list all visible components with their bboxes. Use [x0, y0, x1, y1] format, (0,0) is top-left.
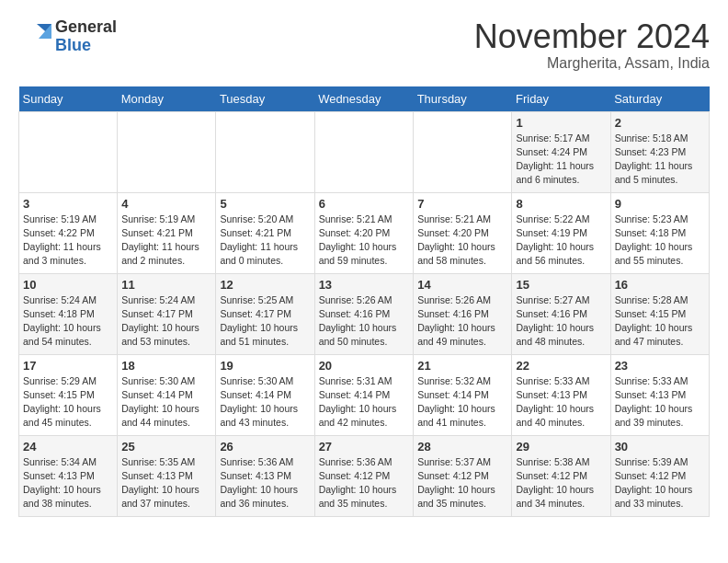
day-number: 10 — [23, 278, 113, 292]
calendar-cell: 27Sunrise: 5:36 AM Sunset: 4:12 PM Dayli… — [314, 435, 414, 516]
day-number: 17 — [23, 359, 113, 373]
day-info: Sunrise: 5:36 AM Sunset: 4:13 PM Dayligh… — [220, 455, 310, 511]
day-info: Sunrise: 5:24 AM Sunset: 4:17 PM Dayligh… — [121, 293, 211, 350]
logo-blue-text: Blue — [55, 37, 117, 55]
day-number: 2 — [615, 116, 705, 130]
day-number: 22 — [516, 359, 606, 373]
day-info: Sunrise: 5:36 AM Sunset: 4:12 PM Dayligh… — [319, 455, 410, 511]
calendar-week-5: 24Sunrise: 5:34 AM Sunset: 4:13 PM Dayli… — [19, 435, 710, 516]
calendar-cell: 4Sunrise: 5:19 AM Sunset: 4:21 PM Daylig… — [118, 192, 216, 273]
day-number: 18 — [121, 359, 211, 373]
day-info: Sunrise: 5:22 AM Sunset: 4:19 PM Dayligh… — [516, 213, 606, 269]
day-number: 4 — [121, 197, 211, 211]
weekday-header-row: SundayMondayTuesdayWednesdayThursdayFrid… — [19, 86, 710, 112]
calendar-cell: 29Sunrise: 5:38 AM Sunset: 4:12 PM Dayli… — [512, 435, 610, 516]
weekday-header-monday: Monday — [118, 86, 216, 112]
day-info: Sunrise: 5:18 AM Sunset: 4:23 PM Dayligh… — [615, 132, 705, 188]
day-info: Sunrise: 5:26 AM Sunset: 4:16 PM Dayligh… — [319, 293, 410, 350]
day-number: 24 — [23, 440, 113, 454]
calendar-cell — [118, 111, 216, 192]
day-info: Sunrise: 5:35 AM Sunset: 4:13 PM Dayligh… — [121, 455, 211, 511]
day-number: 25 — [121, 440, 211, 454]
calendar-cell: 19Sunrise: 5:30 AM Sunset: 4:14 PM Dayli… — [216, 354, 314, 435]
day-info: Sunrise: 5:34 AM Sunset: 4:13 PM Dayligh… — [23, 455, 113, 511]
calendar-cell — [314, 111, 414, 192]
day-number: 5 — [220, 197, 310, 211]
calendar-cell: 28Sunrise: 5:37 AM Sunset: 4:12 PM Dayli… — [414, 435, 512, 516]
calendar-cell: 6Sunrise: 5:21 AM Sunset: 4:20 PM Daylig… — [314, 192, 414, 273]
calendar-cell: 7Sunrise: 5:21 AM Sunset: 4:20 PM Daylig… — [414, 192, 512, 273]
day-info: Sunrise: 5:28 AM Sunset: 4:15 PM Dayligh… — [615, 293, 705, 350]
day-number: 1 — [516, 116, 606, 130]
day-info: Sunrise: 5:32 AM Sunset: 4:14 PM Dayligh… — [417, 374, 507, 431]
calendar-cell: 21Sunrise: 5:32 AM Sunset: 4:14 PM Dayli… — [414, 354, 512, 435]
calendar-cell: 3Sunrise: 5:19 AM Sunset: 4:22 PM Daylig… — [19, 192, 118, 273]
day-number: 20 — [319, 359, 410, 373]
day-info: Sunrise: 5:31 AM Sunset: 4:14 PM Dayligh… — [319, 374, 410, 431]
calendar-cell — [216, 111, 314, 192]
logo-general-text: General — [55, 18, 117, 37]
day-info: Sunrise: 5:33 AM Sunset: 4:13 PM Dayligh… — [615, 374, 705, 431]
calendar-cell: 20Sunrise: 5:31 AM Sunset: 4:14 PM Dayli… — [314, 354, 414, 435]
calendar-table: SundayMondayTuesdayWednesdayThursdayFrid… — [18, 86, 710, 517]
calendar-cell: 10Sunrise: 5:24 AM Sunset: 4:18 PM Dayli… — [19, 273, 118, 354]
calendar-cell: 26Sunrise: 5:36 AM Sunset: 4:13 PM Dayli… — [216, 435, 314, 516]
calendar-cell: 9Sunrise: 5:23 AM Sunset: 4:18 PM Daylig… — [610, 192, 709, 273]
calendar-cell: 15Sunrise: 5:27 AM Sunset: 4:16 PM Dayli… — [512, 273, 610, 354]
calendar-cell: 1Sunrise: 5:17 AM Sunset: 4:24 PM Daylig… — [512, 111, 610, 192]
day-info: Sunrise: 5:21 AM Sunset: 4:20 PM Dayligh… — [319, 213, 410, 269]
day-info: Sunrise: 5:26 AM Sunset: 4:16 PM Dayligh… — [417, 293, 507, 350]
calendar-cell: 8Sunrise: 5:22 AM Sunset: 4:19 PM Daylig… — [512, 192, 610, 273]
calendar-cell: 30Sunrise: 5:39 AM Sunset: 4:12 PM Dayli… — [610, 435, 709, 516]
day-info: Sunrise: 5:38 AM Sunset: 4:12 PM Dayligh… — [516, 455, 606, 511]
day-number: 7 — [417, 197, 507, 211]
day-info: Sunrise: 5:21 AM Sunset: 4:20 PM Dayligh… — [417, 213, 507, 269]
weekday-header-tuesday: Tuesday — [216, 86, 314, 112]
calendar-cell: 23Sunrise: 5:33 AM Sunset: 4:13 PM Dayli… — [610, 354, 709, 435]
calendar-week-3: 10Sunrise: 5:24 AM Sunset: 4:18 PM Dayli… — [19, 273, 710, 354]
day-number: 6 — [319, 197, 410, 211]
day-number: 13 — [319, 278, 410, 292]
page-header: General Blue November 2024 Margherita, A… — [18, 18, 710, 72]
calendar-cell: 22Sunrise: 5:33 AM Sunset: 4:13 PM Dayli… — [512, 354, 610, 435]
day-info: Sunrise: 5:27 AM Sunset: 4:16 PM Dayligh… — [516, 293, 606, 350]
day-number: 28 — [417, 440, 507, 454]
calendar-cell: 13Sunrise: 5:26 AM Sunset: 4:16 PM Dayli… — [314, 273, 414, 354]
day-info: Sunrise: 5:30 AM Sunset: 4:14 PM Dayligh… — [121, 374, 211, 431]
day-number: 12 — [220, 278, 310, 292]
day-info: Sunrise: 5:23 AM Sunset: 4:18 PM Dayligh… — [615, 213, 705, 269]
calendar-cell: 24Sunrise: 5:34 AM Sunset: 4:13 PM Dayli… — [19, 435, 118, 516]
day-number: 9 — [615, 197, 705, 211]
calendar-week-2: 3Sunrise: 5:19 AM Sunset: 4:22 PM Daylig… — [19, 192, 710, 273]
day-number: 27 — [319, 440, 410, 454]
calendar-week-4: 17Sunrise: 5:29 AM Sunset: 4:15 PM Dayli… — [19, 354, 710, 435]
day-number: 11 — [121, 278, 211, 292]
weekday-header-sunday: Sunday — [19, 86, 118, 112]
day-info: Sunrise: 5:19 AM Sunset: 4:22 PM Dayligh… — [23, 213, 113, 269]
day-number: 15 — [516, 278, 606, 292]
day-number: 16 — [615, 278, 705, 292]
day-number: 8 — [516, 197, 606, 211]
day-info: Sunrise: 5:17 AM Sunset: 4:24 PM Dayligh… — [516, 132, 606, 188]
day-number: 14 — [417, 278, 507, 292]
day-number: 29 — [516, 440, 606, 454]
location-text: Margherita, Assam, India — [474, 55, 710, 72]
weekday-header-thursday: Thursday — [414, 86, 512, 112]
month-title: November 2024 — [474, 18, 710, 55]
day-info: Sunrise: 5:30 AM Sunset: 4:14 PM Dayligh… — [220, 374, 310, 431]
day-number: 21 — [417, 359, 507, 373]
day-info: Sunrise: 5:39 AM Sunset: 4:12 PM Dayligh… — [615, 455, 705, 511]
calendar-cell: 11Sunrise: 5:24 AM Sunset: 4:17 PM Dayli… — [118, 273, 216, 354]
calendar-cell: 17Sunrise: 5:29 AM Sunset: 4:15 PM Dayli… — [19, 354, 118, 435]
calendar-cell: 16Sunrise: 5:28 AM Sunset: 4:15 PM Dayli… — [610, 273, 709, 354]
calendar-cell — [414, 111, 512, 192]
calendar-cell: 25Sunrise: 5:35 AM Sunset: 4:13 PM Dayli… — [118, 435, 216, 516]
day-number: 3 — [23, 197, 113, 211]
calendar-cell: 14Sunrise: 5:26 AM Sunset: 4:16 PM Dayli… — [414, 273, 512, 354]
logo-icon — [18, 20, 51, 53]
day-info: Sunrise: 5:33 AM Sunset: 4:13 PM Dayligh… — [516, 374, 606, 431]
calendar-week-1: 1Sunrise: 5:17 AM Sunset: 4:24 PM Daylig… — [19, 111, 710, 192]
calendar-cell: 2Sunrise: 5:18 AM Sunset: 4:23 PM Daylig… — [610, 111, 709, 192]
title-block: November 2024 Margherita, Assam, India — [474, 18, 710, 72]
calendar-cell: 18Sunrise: 5:30 AM Sunset: 4:14 PM Dayli… — [118, 354, 216, 435]
